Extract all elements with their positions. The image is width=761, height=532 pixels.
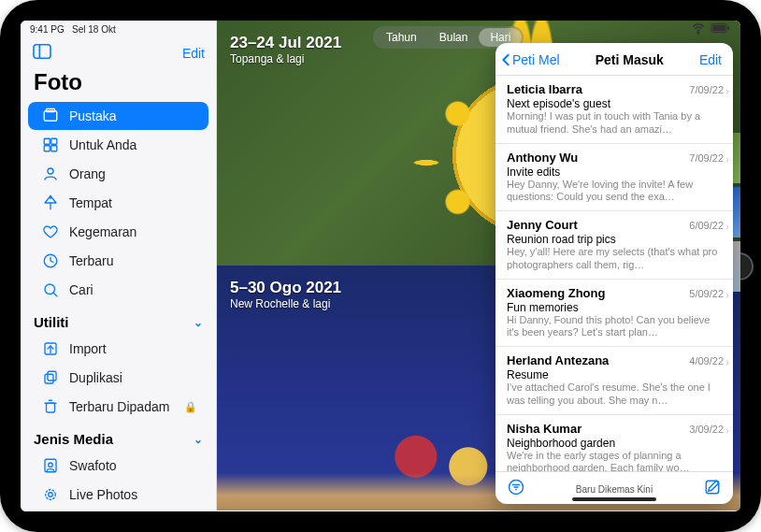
dup-icon <box>41 369 60 386</box>
mail-item[interactable]: Anthony Wu7/09/22Invite editsHey Danny, … <box>495 144 733 212</box>
sidebar-item-potret[interactable]: Potret <box>28 510 208 511</box>
svg-rect-8 <box>44 138 50 144</box>
filter-icon[interactable] <box>507 478 525 500</box>
mail-date: 6/09/22 <box>689 220 724 231</box>
sidebar-item-cari[interactable]: Cari <box>28 276 208 304</box>
chevron-down-icon: ⌄ <box>194 433 203 446</box>
lock-icon: 🔒 <box>184 401 197 413</box>
sidebar-item-label: Kegemaran <box>69 224 136 239</box>
sidebar-item-label: Tempat <box>69 195 112 210</box>
mail-date: 7/09/22 <box>689 84 724 95</box>
status-time: 9:41 PG <box>30 24 65 35</box>
sidebar-item-label: Untuk Anda <box>69 137 136 152</box>
section-utiliti[interactable]: Utiliti ⌄ <box>21 305 216 334</box>
sidebar-item-label: Live Photos <box>69 487 137 502</box>
mail-from: Anthony Wu <box>507 151 578 165</box>
mail-preview: Morning! I was put in touch with Tania b… <box>507 110 724 137</box>
group-subtitle: New Rochelle & lagi <box>230 297 341 310</box>
mail-back-button[interactable]: Peti Mel <box>501 52 560 67</box>
svg-rect-19 <box>45 374 53 383</box>
svg-point-26 <box>49 493 53 497</box>
live-icon <box>41 486 60 503</box>
svg-rect-3 <box>727 26 729 30</box>
sidebar-item-label: Duplikasi <box>69 370 122 385</box>
places-icon <box>41 194 60 211</box>
svg-rect-21 <box>47 403 55 412</box>
app-title: Foto <box>21 69 216 101</box>
mail-item[interactable]: Nisha Kumar3/09/22Neighborhood gardenWe'… <box>495 415 733 472</box>
svg-point-27 <box>46 490 56 500</box>
sidebar-item-swafoto[interactable]: Swafoto <box>28 452 208 480</box>
sidebar-item-label: Terbaru <box>69 253 113 268</box>
status-date: Sel 18 Okt <box>72 24 116 35</box>
sidebar-item-label: Pustaka <box>69 108 117 123</box>
chevron-down-icon: ⌄ <box>194 316 203 329</box>
mail-slideover[interactable]: ••• Peti Mel Peti Masuk Edit Leticia Iba… <box>495 43 733 504</box>
trash-icon <box>41 398 60 415</box>
mail-preview: Hey Danny, We're loving the invite! A fe… <box>507 179 724 205</box>
sidebar-item-orang[interactable]: Orang <box>28 160 208 188</box>
group-subtitle: Topanga & lagi <box>230 52 341 65</box>
grab-handle-icon[interactable]: ••• <box>603 43 625 47</box>
chevron-right-icon: › <box>725 289 729 300</box>
chevron-right-icon: › <box>725 221 729 232</box>
sidebar-item-terbaru-dipadam[interactable]: Terbaru Dipadam🔒 <box>28 393 208 421</box>
section-media[interactable]: Jenis Media ⌄ <box>21 422 216 451</box>
mail-subject: Next episode's guest <box>507 97 724 110</box>
mail-item[interactable]: Herland Antezana4/09/22ResumeI've attach… <box>495 347 733 415</box>
sidebar-item-pustaka[interactable]: Pustaka <box>28 102 208 130</box>
compose-icon[interactable] <box>703 478 722 500</box>
svg-rect-2 <box>712 25 725 31</box>
svg-rect-20 <box>48 371 56 381</box>
home-indicator[interactable] <box>572 497 656 501</box>
svg-rect-6 <box>44 111 57 122</box>
mail-item[interactable]: Leticia Ibarra7/09/22Next episode's gues… <box>495 76 733 144</box>
wifi-icon <box>690 21 707 38</box>
mail-item[interactable]: Jenny Court6/09/22Reunion road trip pics… <box>495 211 733 280</box>
svg-rect-9 <box>51 138 57 144</box>
mail-list[interactable]: Leticia Ibarra7/09/22Next episode's gues… <box>495 76 733 471</box>
svg-rect-10 <box>44 146 50 151</box>
sidebar-item-duplikasi[interactable]: Duplikasi <box>28 364 208 392</box>
sidebar-item-kegemaran[interactable]: Kegemaran <box>28 218 208 246</box>
battery-icon <box>711 22 731 36</box>
selfie-icon <box>41 457 60 474</box>
ipad-frame: 9:41 PG Sel 18 Okt Edit Foto <box>0 0 761 532</box>
mail-item[interactable]: Xiaomeng Zhong5/09/22Fun memoriesHi Dann… <box>495 280 733 348</box>
group-title: 5–30 Ogo 2021 <box>230 279 341 297</box>
mail-subject: Reunion road trip pics <box>507 233 724 246</box>
mail-subject: Neighborhood garden <box>507 437 724 450</box>
sidebar-item-import[interactable]: Import <box>28 335 208 363</box>
sidebar-item-tempat[interactable]: Tempat <box>28 189 208 217</box>
chevron-right-icon: › <box>725 424 729 436</box>
mail-subject: Fun memories <box>507 301 724 314</box>
svg-point-25 <box>49 463 53 467</box>
svg-rect-4 <box>34 45 50 58</box>
mail-from: Nisha Kumar <box>507 422 582 436</box>
screen: 9:41 PG Sel 18 Okt Edit Foto <box>21 21 740 511</box>
sidebar-item-untuk-anda[interactable]: Untuk Anda <box>28 131 208 159</box>
sidebar-edit-button[interactable]: Edit <box>182 46 205 61</box>
chevron-right-icon: › <box>725 85 729 96</box>
library-icon <box>41 108 60 124</box>
mail-edit-button[interactable]: Edit <box>699 52 722 67</box>
svg-line-16 <box>53 293 57 296</box>
chevron-right-icon: › <box>725 153 729 165</box>
sidebar-item-terbaru[interactable]: Terbaru <box>28 247 208 275</box>
heart-icon <box>41 223 60 240</box>
svg-rect-11 <box>51 146 57 151</box>
sidebar-item-label: Terbaru Dipadam <box>69 399 169 414</box>
people-icon <box>41 165 60 182</box>
mail-subject: Invite edits <box>507 165 724 179</box>
mail-from: Herland Antezana <box>507 353 609 367</box>
mail-status: Baru Dikemas Kini <box>576 484 653 495</box>
chevron-right-icon: › <box>725 356 729 367</box>
mail-date: 4/09/22 <box>689 355 724 367</box>
mail-preview: I've attached Carol's resume. She's the … <box>507 381 724 408</box>
foryou-icon <box>41 137 60 153</box>
mail-date: 3/09/22 <box>689 424 724 435</box>
sidebar-item-label: Orang <box>69 166 106 181</box>
sidebar-item-live-photos[interactable]: Live Photos <box>28 481 208 509</box>
sidebar-toggle-icon[interactable] <box>32 43 52 64</box>
mail-preview: Hi Danny, Found this photo! Can you beli… <box>507 314 724 340</box>
